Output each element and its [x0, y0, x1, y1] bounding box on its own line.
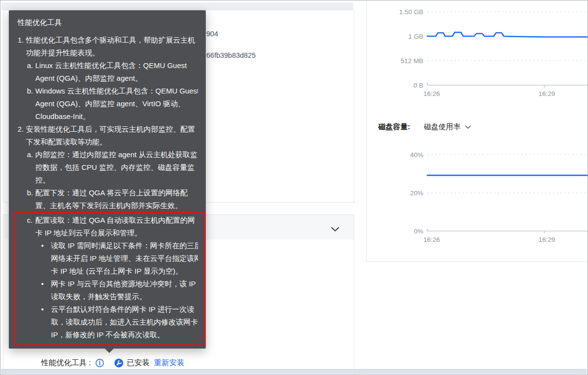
memory-usage-chart: 1.50 GB 1 GB 512 MB 0 B 16:26 16:29 [399, 8, 588, 97]
reinstall-link[interactable]: 重新安装 [154, 358, 184, 368]
monitoring-card: 1.50 GB 1 GB 512 MB 0 B 16:26 16:29 40% … [366, 0, 588, 262]
performance-tool-row: 性能优化工具 : 已安装 重新安装 [41, 356, 184, 369]
tooltip-line: IP，新修改的 IP 不会被再次读取。 [18, 328, 198, 341]
vm-detail-page: { "tooltip": { "title": "性能优化工具", "lines… [0, 0, 588, 375]
y-tick-label: 512 MB [400, 57, 423, 65]
tooltip-line: 置、主机名等下发到云主机内部并实际生效。 [18, 199, 198, 212]
tooltip-line: 控数据，包括 CPU 监控、内存监控、磁盘容量监 [18, 161, 198, 174]
tooltip-line: •读取 IP 需同时满足以下条件：网卡所在的三层 [18, 239, 198, 252]
tooltip-line: •云平台默认对符合条件的网卡 IP 进行一次读 [18, 303, 198, 316]
background-table-sliver [1, 2, 353, 10]
window-bottom-strip [1, 369, 587, 374]
tooltip-line: 2.安装性能优化工具后，可实现云主机内部监控、配置 [18, 123, 198, 136]
performance-tool-label: 性能优化工具 : [41, 358, 91, 368]
x-tick-label: 16:26 [423, 90, 440, 97]
x-tick-label: 16:29 [539, 90, 555, 97]
y-tick-label: 1.50 GB [399, 8, 423, 16]
chevron-down-icon[interactable] [331, 225, 339, 234]
tooltip-line: b.Windows 云主机性能优化工具包含：QEMU Guest [18, 85, 198, 97]
tooltip-line: c.配置读取：通过 QGA 自动读取云主机内配置的网 [18, 214, 198, 227]
wrench-badge-icon [114, 358, 123, 368]
x-tick-label: 16:26 [423, 236, 440, 243]
tooltip-arrow [105, 349, 114, 353]
tooltip-line: Agent (QGA)、内部监控 agent。 [18, 72, 198, 85]
x-tick-label: 16:29 [539, 236, 555, 243]
disk-usage-chart: 40% 20% 0% 16:26 16:29 [410, 151, 588, 243]
tooltip-line: Cloudbase-Init。 [18, 110, 198, 123]
y-tick-label: 0% [414, 228, 423, 235]
tooltip-line: 1.性能优化工具包含多个驱动和工具，帮助扩展云主机 [18, 34, 198, 47]
tooltip-line: 功能并提升性能表现。 [18, 47, 198, 59]
tooltip-lines-before: 1.性能优化工具包含多个驱动和工具，帮助扩展云主机功能并提升性能表现。a.Lin… [18, 34, 198, 212]
chevron-down-icon [465, 125, 471, 129]
tooltip-line: Agent (QGA)、内部监控 agent、VirtIO 驱动、 [18, 97, 198, 110]
tooltip-line: 取，读取成功后，如进入云主机内修改该网卡 [18, 316, 198, 328]
y-tick-label: 20% [410, 189, 423, 197]
tooltip-title: 性能优化工具 [18, 16, 198, 29]
tooltip-line: b.配置下发：通过 QGA 将云平台上设置的网络配 [18, 187, 198, 199]
info-icon[interactable] [95, 358, 104, 368]
y-tick-label: 0 B [414, 82, 423, 89]
disk-metric-selected: 磁盘使用率 [424, 122, 461, 132]
tooltip-line: a.Linux 云主机性能优化工具包含：QEMU Guest [18, 59, 198, 72]
tooltip-line: 卡 IP 地址到云平台展示和管理。 [18, 227, 198, 239]
red-annotation-box: c.配置读取：通过 QGA 自动读取云主机内配置的网卡 IP 地址到云平台展示和… [14, 212, 205, 345]
disk-capacity-label: 磁盘容量: [378, 122, 410, 132]
tooltip-line: a.内部监控：通过内部监控 agent 从云主机处获取监 [18, 148, 198, 161]
memory-usage-line [427, 32, 588, 37]
occluded-uuid-value: 66fb39b83d825 [206, 51, 256, 60]
tooltip-line: 读取失败，并触发告警提示。 [18, 290, 198, 303]
occluded-id-value: 904 [206, 29, 218, 38]
disk-capacity-header: 磁盘容量: 磁盘使用率 [378, 122, 471, 132]
disk-metric-dropdown[interactable]: 磁盘使用率 [424, 122, 471, 132]
install-status-text: 已安装 [127, 358, 150, 368]
y-tick-label: 40% [410, 151, 423, 159]
tooltip-line: 卡 IP 地址 (云平台上网卡 IP 显示为空)。 [18, 265, 198, 278]
tooltip-line: 下发和配置读取等功能。 [18, 136, 198, 148]
y-tick-label: 1 GB [408, 33, 423, 40]
tooltip-line: 控。 [18, 174, 198, 187]
tooltip-line: 网络未开启 IP 地址管理、未在云平台指定该网 [18, 252, 198, 265]
tooltip-line: •网卡 IP 与云平台其他资源地址冲突时，该 IP 将 [18, 278, 198, 290]
performance-tools-tooltip: 性能优化工具 1.性能优化工具包含多个驱动和工具，帮助扩展云主机功能并提升性能表… [9, 10, 206, 349]
